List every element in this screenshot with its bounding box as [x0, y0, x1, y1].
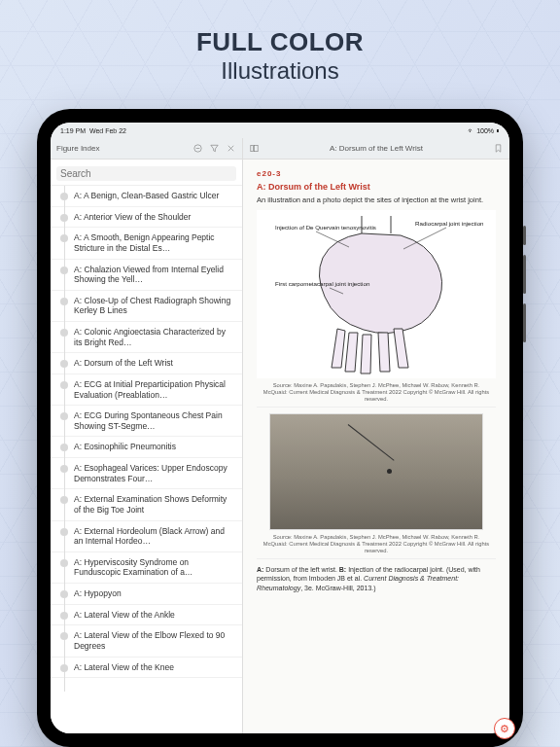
article-pane: e20-3 A: Dorsum of the Left Wrist An ill… [243, 160, 509, 733]
list-item[interactable]: A: Anterior View of the Shoulder [51, 207, 242, 229]
list-item-label: A: ECG at Initial Preparticipation Physi… [74, 379, 234, 400]
figure-index-title: Figure Index [56, 144, 99, 153]
filter-icon[interactable] [209, 143, 220, 154]
list-item-label: A: A Benign, Clean-Based Gastric Ulcer [74, 191, 234, 201]
bullet-icon [60, 632, 68, 640]
list-item-label: A: Lateral View of the Knee [74, 662, 234, 673]
bullet-icon [60, 298, 68, 305]
bullet-icon [60, 559, 68, 567]
svg-rect-1 [251, 145, 254, 151]
view-toggle-icon[interactable] [192, 143, 203, 154]
settings-fab[interactable]: ⚙ [494, 718, 509, 733]
figure-caption: A: Dorsum of the left wrist. B: Injectio… [257, 565, 496, 592]
list-item[interactable]: A: A Benign, Clean-Based Gastric Ulcer [51, 186, 242, 207]
list-item[interactable]: A: A Smooth, Benign Appearing Peptic Str… [51, 228, 242, 259]
list-item[interactable]: A: Hypopyon [51, 584, 242, 605]
list-item[interactable]: A: Eosinophilic Pneumonitis [51, 437, 242, 458]
figure-number: e20-3 [257, 169, 496, 178]
tablet-frame: 1:19 PM Wed Feb 22 ᯤ 100% ▮ Figure Index… [37, 109, 523, 747]
list-item[interactable]: A: Esophageal Varices: Upper Endoscopy D… [51, 458, 242, 489]
list-item-label: A: A Smooth, Benign Appearing Peptic Str… [74, 232, 234, 253]
list-item[interactable]: A: ECG at Initial Preparticipation Physi… [51, 374, 242, 406]
list-item-label: A: Hyperviscosity Syndrome on Funduscopi… [74, 557, 234, 578]
list-item[interactable]: A: Hyperviscosity Syndrome on Funduscopi… [51, 552, 242, 584]
list-item-label: A: Colonic Angioectasia Characterized by… [74, 327, 234, 347]
list-item[interactable]: A: ECG During Spontaneous Chest Pain Sho… [51, 406, 242, 437]
bullet-icon [60, 381, 68, 389]
svg-rect-2 [255, 145, 259, 151]
list-item[interactable]: A: Close-Up of Chest Radiograph Showing … [51, 291, 242, 322]
credit-line: Source: Maxine A. Papadakis, Stephen J. … [257, 380, 496, 408]
credit-line: Source: Maxine A. Papadakis, Stephen J. … [257, 532, 496, 559]
content-title: A: Dorsum of the Left Wrist [260, 144, 493, 153]
illustration-b [269, 413, 483, 530]
list-item-label: A: External Examination Shows Deformity … [74, 494, 234, 515]
search-input[interactable] [56, 166, 236, 181]
bullet-icon [60, 528, 68, 536]
list-item-label: A: External Hordeolum (Black Arrow) and … [74, 526, 234, 547]
list-item-label: A: Chalazion Viewed from Internal Eyelid… [74, 265, 234, 285]
list-item-label: A: Dorsum of the Left Wrist [74, 358, 234, 369]
list-item-label: A: Eosinophilic Pneumonitis [74, 442, 234, 452]
bullet-icon [60, 412, 68, 420]
bullet-icon [60, 612, 68, 620]
list-item-label: A: Anterior View of the Shoulder [74, 212, 234, 223]
list-item[interactable]: A: Dorsum of the Left Wrist [51, 353, 242, 374]
bullet-icon [60, 214, 68, 222]
bullet-icon [60, 360, 68, 368]
list-item[interactable]: A: Lateral View of the Ankle [51, 605, 242, 626]
bullet-icon [60, 267, 68, 274]
bullet-icon [60, 496, 68, 504]
illustration-a: Injection of De Quervain tenosynovitis R… [257, 210, 496, 378]
bullet-icon [60, 444, 68, 451]
list-item[interactable]: A: Lateral View of the Elbow Flexed to 9… [51, 625, 242, 657]
list-item[interactable]: A: Chalazion Viewed from Internal Eyelid… [51, 260, 242, 291]
list-item[interactable]: A: External Examination Shows Deformity … [51, 489, 242, 520]
list-item-label: A: Lateral View of the Elbow Flexed to 9… [74, 630, 234, 651]
bullet-icon [60, 590, 68, 598]
list-item[interactable]: A: External Hordeolum (Black Arrow) and … [51, 521, 242, 552]
figure-description: An illustration and a photo depict the s… [257, 196, 496, 204]
list-item-label: A: Close-Up of Chest Radiograph Showing … [74, 296, 234, 316]
list-item[interactable]: A: Lateral View of the Knee [51, 658, 242, 679]
figure-list[interactable]: A: A Benign, Clean-Based Gastric UlcerA:… [51, 186, 242, 733]
svg-text:Injection of De Quervain tenos: Injection of De Quervain tenosynovitis [275, 224, 376, 231]
bullet-icon [60, 664, 68, 672]
status-bar: 1:19 PM Wed Feb 22 ᯤ 100% ▮ [51, 123, 509, 138]
svg-text:First carpometacarpal joint in: First carpometacarpal joint injection [275, 280, 370, 287]
figure-title: A: Dorsum of the Left Wrist [257, 182, 496, 192]
reader-toggle-icon[interactable] [249, 143, 260, 154]
list-item-label: A: Hypopyon [74, 588, 234, 599]
bullet-icon [60, 329, 68, 337]
close-icon[interactable] [226, 143, 236, 154]
bullet-icon [60, 234, 68, 242]
bookmark-icon[interactable] [493, 143, 504, 154]
list-item-label: A: ECG During Spontaneous Chest Pain Sho… [74, 410, 234, 431]
list-item[interactable]: A: Colonic Angioectasia Characterized by… [51, 322, 242, 353]
list-item-label: A: Esophageal Varices: Upper Endoscopy D… [74, 463, 234, 483]
bullet-icon [60, 193, 68, 200]
list-item-label: A: Lateral View of the Ankle [74, 610, 234, 621]
bullet-icon [60, 465, 68, 473]
svg-text:Radiocarpal joint injection: Radiocarpal joint injection [415, 220, 483, 227]
